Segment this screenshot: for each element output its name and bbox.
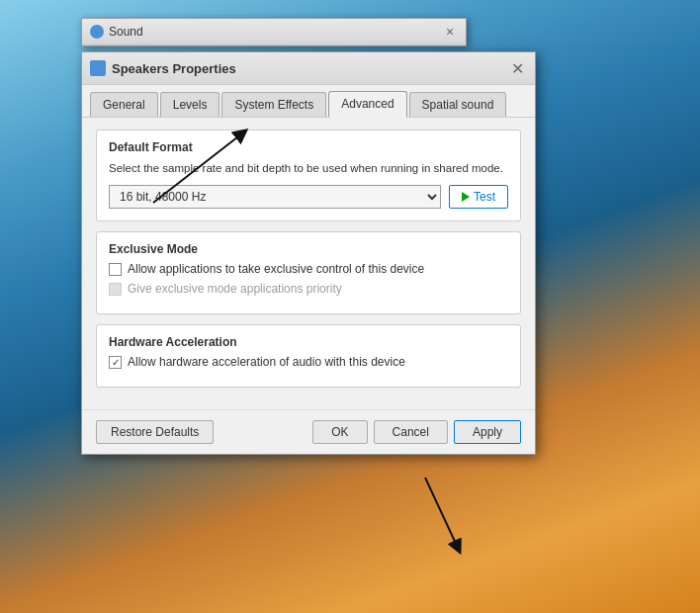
apply-button[interactable]: Apply (454, 420, 521, 444)
tab-advanced[interactable]: Advanced (328, 91, 406, 118)
dialog-body: Default Format Select the sample rate an… (82, 118, 535, 409)
default-format-section: Default Format Select the sample rate an… (96, 130, 521, 221)
sound-titlebar-left: Sound (90, 25, 143, 39)
sound-dialog-title: Sound (109, 25, 143, 39)
tab-general[interactable]: General (90, 92, 158, 117)
tabs-row: General Levels System Effects Advanced S… (82, 85, 535, 118)
exclusive-control-row: Allow applications to take exclusive con… (109, 262, 508, 276)
sound-app-icon (90, 25, 104, 39)
speakers-titlebar: Speakers Properties ✕ (82, 52, 535, 85)
speakers-dialog-close-button[interactable]: ✕ (507, 58, 527, 78)
exclusive-mode-section: Exclusive Mode Allow applications to tak… (96, 231, 521, 314)
sound-dialog: Sound × (81, 18, 467, 46)
default-format-label: Default Format (109, 140, 508, 154)
hardware-acceleration-checkbox-label: Allow hardware acceleration of audio wit… (128, 355, 405, 369)
ok-button[interactable]: OK (312, 420, 367, 444)
hardware-acceleration-label: Hardware Acceleration (109, 335, 508, 349)
test-button[interactable]: Test (449, 185, 508, 209)
speakers-properties-dialog: Speakers Properties ✕ General Levels Sys… (81, 51, 536, 455)
exclusive-priority-label: Give exclusive mode applications priorit… (128, 282, 342, 296)
speakers-dialog-title: Speakers Properties (112, 61, 236, 76)
speakers-dialog-icon (90, 60, 106, 76)
tab-levels[interactable]: Levels (160, 92, 220, 117)
tab-spatial-sound[interactable]: Spatial sound (409, 92, 507, 117)
cancel-button[interactable]: Cancel (374, 420, 448, 444)
tab-system-effects[interactable]: System Effects (221, 92, 326, 117)
hardware-acceleration-section: Hardware Acceleration Allow hardware acc… (96, 324, 521, 388)
exclusive-mode-label: Exclusive Mode (109, 242, 508, 256)
hardware-acceleration-row: Allow hardware acceleration of audio wit… (109, 355, 508, 369)
speakers-titlebar-left: Speakers Properties (90, 60, 236, 76)
play-icon (462, 192, 470, 202)
format-select[interactable]: 16 bit, 48000 Hz (109, 185, 441, 209)
restore-defaults-button[interactable]: Restore Defaults (96, 420, 214, 444)
default-format-description: Select the sample rate and bit depth to … (109, 160, 508, 177)
sound-dialog-close-button[interactable]: × (442, 24, 458, 40)
hardware-acceleration-checkbox[interactable] (109, 356, 122, 369)
exclusive-control-checkbox[interactable] (109, 263, 122, 276)
sound-titlebar: Sound × (82, 19, 466, 45)
exclusive-priority-row: Give exclusive mode applications priorit… (109, 282, 508, 296)
format-row: 16 bit, 48000 Hz Test (109, 185, 508, 209)
exclusive-priority-checkbox (109, 283, 122, 296)
exclusive-control-label: Allow applications to take exclusive con… (128, 262, 424, 276)
bottom-area: Restore Defaults OK Cancel Apply (82, 409, 535, 454)
